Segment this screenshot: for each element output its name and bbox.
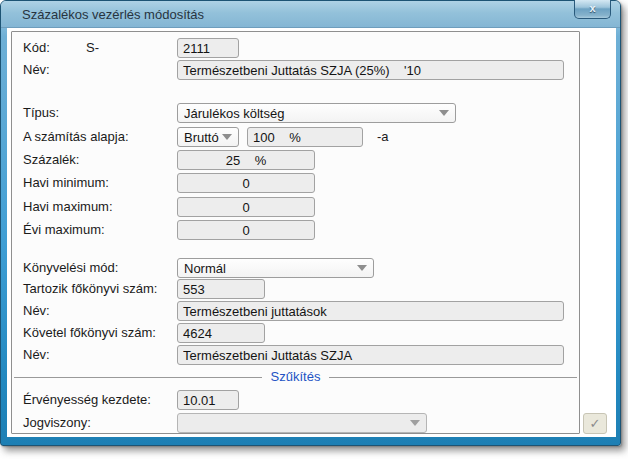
havi-min-label: Havi minimum: xyxy=(23,173,109,193)
ervenyesseg-label: Érvényesség kezdete: xyxy=(23,390,151,410)
chevron-down-icon xyxy=(357,265,367,271)
tartozik-input[interactable] xyxy=(177,279,265,299)
szamitas-base-value: Bruttó xyxy=(184,130,222,145)
chevron-down-icon xyxy=(439,110,449,116)
konyvelesi-value: Normál xyxy=(184,261,357,276)
window-title: Százalékos vezérlés módosítás xyxy=(22,7,204,22)
dialog-window: Százalékos vezérlés módosítás x Kód: S- … xyxy=(0,0,621,446)
nev3-input[interactable] xyxy=(177,345,564,365)
szazalek-label: Százalék: xyxy=(23,150,79,170)
form-panel: Kód: S- Név: Típus: Járulékos költség A … xyxy=(11,31,580,434)
tartozik-label: Tartozik főkönyvi szám: xyxy=(23,279,157,299)
szamitas-suffix: -a xyxy=(377,127,389,147)
jogviszony-label: Jogviszony: xyxy=(23,413,91,433)
chevron-down-icon xyxy=(410,420,420,426)
close-icon[interactable]: x xyxy=(574,0,611,19)
dialog-body: Kód: S- Név: Típus: Járulékos költség A … xyxy=(7,28,616,437)
kod-input[interactable] xyxy=(177,38,239,58)
konyvelesi-dropdown[interactable]: Normál xyxy=(177,258,374,278)
kovetel-label: Követel főkönyvi szám: xyxy=(23,323,156,343)
confirm-button[interactable]: ✓ xyxy=(583,413,607,434)
nev1-label: Név: xyxy=(23,60,50,80)
nev3-label: Név: xyxy=(23,345,50,365)
evi-max-label: Évi maximum: xyxy=(23,220,105,240)
kod-label: Kód: xyxy=(23,38,50,58)
nev1-input[interactable] xyxy=(177,60,564,80)
tipus-dropdown[interactable]: Járulékos költség xyxy=(177,103,456,123)
nev2-label: Név: xyxy=(23,301,50,321)
szukites-link[interactable]: Szűkítés xyxy=(262,369,330,384)
check-icon: ✓ xyxy=(590,416,601,431)
havi-max-input[interactable] xyxy=(177,197,315,217)
havi-min-input[interactable] xyxy=(177,173,315,193)
tipus-value: Járulékos költség xyxy=(184,106,439,121)
havi-max-label: Havi maximum: xyxy=(23,197,113,217)
szamitas-percent-input[interactable] xyxy=(247,127,363,147)
szamitas-base-dropdown[interactable]: Bruttó xyxy=(177,127,239,147)
kod-prefix: S- xyxy=(86,38,99,58)
evi-max-input[interactable] xyxy=(177,220,315,240)
kovetel-input[interactable] xyxy=(177,323,265,343)
konyvelesi-label: Könyvelési mód: xyxy=(23,258,118,278)
tipus-label: Típus: xyxy=(23,103,59,123)
szamitas-label: A számítás alapja: xyxy=(23,127,129,147)
ervenyesseg-input[interactable] xyxy=(177,390,239,410)
screenshot-stage: Százalékos vezérlés módosítás x Kód: S- … xyxy=(0,0,628,459)
jogviszony-dropdown[interactable] xyxy=(177,413,427,433)
nev2-input[interactable] xyxy=(177,301,564,321)
titlebar[interactable]: Százalékos vezérlés módosítás xyxy=(1,1,620,28)
szazalek-input[interactable] xyxy=(177,150,315,170)
chevron-down-icon xyxy=(222,134,232,140)
